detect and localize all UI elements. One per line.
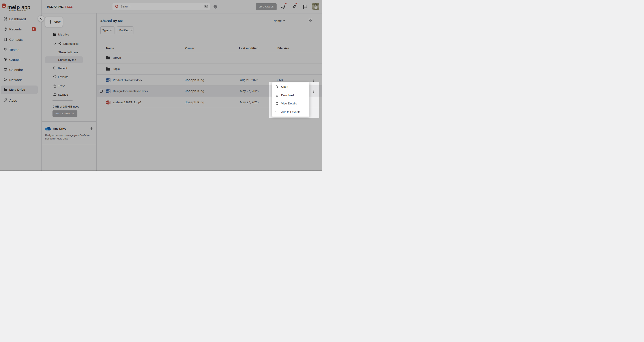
svg-text:DOCX: DOCX: [106, 80, 108, 81]
svg-text:DOCX: DOCX: [106, 91, 108, 92]
svg-text:MP3: MP3: [106, 102, 108, 103]
